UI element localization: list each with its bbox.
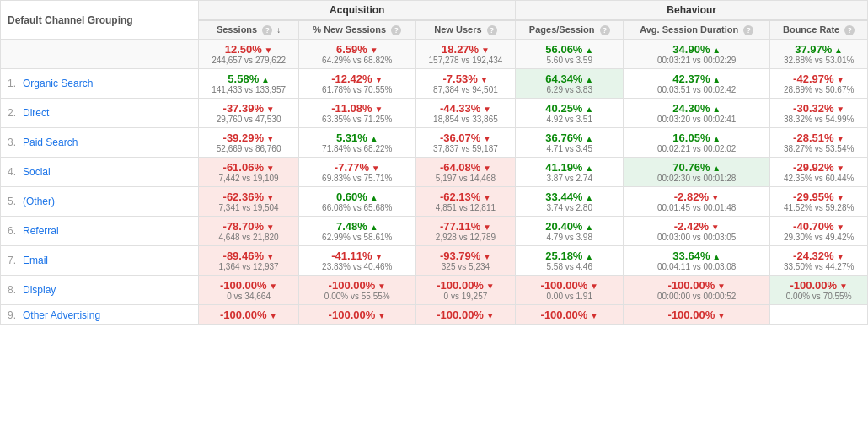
cell-main-value: 20.40% [521,220,618,233]
data-cell: -29.95%41.52% vs 59.28% [770,187,868,217]
sessions-sort-icon[interactable]: ↓ [276,25,281,35]
cell-sub-value: 4.71 vs 3.45 [521,144,618,153]
channel-link[interactable]: Email [23,255,48,266]
cell-sub-value: 66.08% vs 65.68% [304,203,410,212]
channel-link[interactable]: Display [23,284,56,296]
cell-main-value: -39.29% [204,131,293,144]
cell-sub-value: 00:01:45 vs 00:01:48 [629,203,764,212]
channel-link[interactable]: Organic Search [23,78,93,89]
cell-main-value: 64.34% [521,72,618,85]
channel-link[interactable]: Direct [23,107,49,119]
data-cell: 64.34%6.29 vs 3.83 [516,69,624,99]
data-cell: 33.44%3.74 vs 2.80 [516,187,624,217]
cell-sub-value: 00:04:11 vs 00:03:08 [629,262,764,271]
data-cell: 16.05%00:02:21 vs 00:02:02 [624,128,770,158]
cell-main-value: -37.39% [204,102,293,115]
cell-main-value: 16.05% [629,131,764,144]
row-number: 1. [8,78,16,89]
cell-sub-value: 37,837 vs 59,187 [421,144,511,153]
cell-main-value: -89.46% [204,249,293,262]
row-label-cell: 6.Referral [1,217,199,246]
data-cell: -29.92%42.35% vs 60.44% [770,158,868,187]
cell-main-value: 33.64% [629,249,764,262]
data-cell: -62.36%7,341 vs 19,504 [199,187,299,217]
cell-sub-value: 0.00 vs 1.91 [521,292,618,301]
new-users-col-header[interactable]: New Users ? [415,20,516,40]
cell-main-value: 25.18% [521,249,618,262]
table-row: 5.(Other)-62.36%7,341 vs 19,5040.60%66.0… [1,187,868,217]
data-cell: 41.19%3.87 vs 2.74 [516,158,624,187]
cell-sub-value: 87,384 vs 94,501 [421,85,511,94]
data-cell: -100.00%0 vs 19,257 [415,276,516,305]
cell-main-value: -12.42% [304,72,410,85]
cell-main-value: -62.36% [204,190,293,203]
data-cell: 5.31%71.84% vs 68.22% [298,128,415,158]
pct-new-help-icon[interactable]: ? [391,25,401,35]
row-label-cell: 5.(Other) [1,187,199,217]
cell-sub-value: 69.83% vs 75.71% [304,174,410,183]
channel-link[interactable]: (Other) [23,196,55,207]
cell-main-value: -77.11% [421,220,511,233]
data-cell: -36.07%37,837 vs 59,187 [415,128,516,158]
behaviour-header: Behaviour [516,1,868,21]
sessions-col-header[interactable]: Sessions ? ↓ [199,20,299,40]
cell-sub-value: 38.27% vs 53.54% [775,144,862,153]
cell-main-value: -2.42% [629,220,764,233]
cell-sub-value: 28.89% vs 50.67% [775,85,862,94]
cell-sub-value: 00:02:30 vs 00:01:28 [629,174,764,183]
data-cell: -100.00%0.00% vs 55.55% [298,276,415,305]
cell-sub-value: 41.52% vs 59.28% [775,203,862,212]
cell-sub-value: 4.79 vs 3.98 [521,233,618,242]
pct-new-sessions-col-header[interactable]: % New Sessions ? [298,20,415,40]
data-cell: -2.82%00:01:45 vs 00:01:48 [624,187,770,217]
cell-sub-value: 29,760 vs 47,530 [204,115,293,124]
cell-sub-value: 71.84% vs 68.22% [304,144,410,153]
bounce-rate-help-icon[interactable]: ? [844,25,855,35]
channel-link[interactable]: Paid Search [23,137,78,148]
data-cell: -100.00% [516,305,624,325]
pages-col-header[interactable]: Pages/Session ? [516,20,624,40]
data-cell: -100.00%0 vs 34,664 [199,276,299,305]
cell-sub-value: 0.00% vs 55.55% [304,292,410,301]
data-cell: 70.76%00:02:30 vs 00:01:28 [624,158,770,187]
data-cell: -100.00%00:00:00 vs 00:00:52 [624,276,770,305]
sessions-help-icon[interactable]: ? [262,25,272,35]
bounce-rate-col-header[interactable]: Bounce Rate ? [770,20,868,40]
cell-sub-value: 23.83% vs 40.46% [304,262,410,271]
data-cell: -93.79%325 vs 5,234 [415,246,516,276]
totals-bounce: 37.97% 32.88% vs 53.01% [770,40,868,69]
data-cell: -24.32%33.50% vs 44.27% [770,246,868,276]
channel-link[interactable]: Referral [23,225,59,237]
cell-sub-value: 4.92 vs 3.51 [521,115,618,124]
cell-sub-value: 61.78% vs 70.55% [304,85,410,94]
cell-sub-value: 00:03:00 vs 00:03:05 [629,233,764,242]
cell-main-value: -29.92% [775,161,862,174]
avg-dur-col-header[interactable]: Avg. Session Duration ? [624,20,770,40]
pages-help-icon[interactable]: ? [600,25,610,35]
data-cell [770,305,868,325]
data-cell: -28.51%38.27% vs 53.54% [770,128,868,158]
table-row: 2.Direct-37.39%29,760 vs 47,530-11.08%63… [1,99,868,128]
table-row: 1.Organic Search5.58%141,433 vs 133,957-… [1,69,868,99]
row-number: 9. [8,309,16,321]
data-cell: 36.76%4.71 vs 3.45 [516,128,624,158]
row-label-cell: 1.Organic Search [1,69,199,99]
channel-link[interactable]: Other Advertising [23,309,100,321]
data-cell: -44.33%18,854 vs 33,865 [415,99,516,128]
totals-bounce-sub: 32.88% vs 53.01% [775,56,862,65]
totals-bounce-main: 37.97% [775,43,862,56]
new-users-help-icon[interactable]: ? [487,25,497,35]
row-label-cell: 4.Social [1,158,199,187]
cell-main-value: -41.11% [304,249,410,262]
cell-main-value: 42.37% [629,72,764,85]
cell-main-value: -2.82% [629,190,764,203]
row-label-cell: 9.Other Advertising [1,305,199,325]
cell-main-value: -7.77% [304,161,410,174]
avg-dur-help-icon[interactable]: ? [743,25,753,35]
data-cell: -2.42%00:03:00 vs 00:03:05 [624,217,770,246]
totals-new-users: 18.27% 157,278 vs 192,434 [415,40,516,69]
cell-main-value: -62.13% [421,190,511,203]
cell-main-value: -100.00% [629,279,764,292]
cell-main-value: -100.00% [304,308,410,321]
channel-link[interactable]: Social [23,166,51,178]
